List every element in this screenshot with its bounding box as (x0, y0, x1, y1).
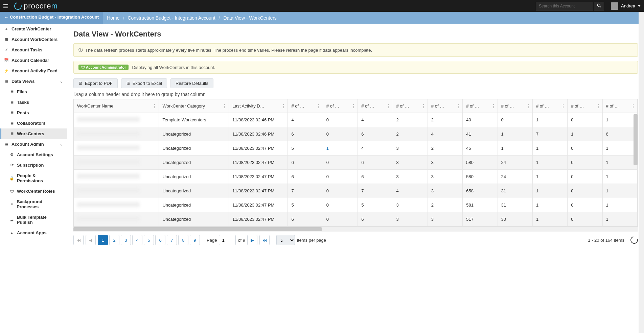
column-menu-icon[interactable]: ⋮ (222, 103, 227, 109)
pager-last-button[interactable]: ⏭ (259, 235, 270, 245)
column-menu-icon[interactable]: ⋮ (421, 103, 426, 109)
table-row[interactable]: Uncategorized11/08/2023 02:47 PM51432451… (74, 141, 638, 156)
pager-first-button[interactable]: ⏮ (73, 235, 84, 245)
table-row[interactable]: Uncategorized11/08/2023 02:47 PM60633580… (74, 170, 638, 184)
pager-page-2[interactable]: 2 (109, 235, 119, 245)
column-menu-icon[interactable]: ⋮ (152, 103, 157, 109)
breadcrumb-account[interactable]: Construction Budget - Integration Accoun… (128, 15, 215, 21)
column-menu-icon[interactable]: ⋮ (316, 103, 321, 109)
sidebar-item-background-processes[interactable]: ≡Background Processes (0, 196, 67, 212)
column-menu-icon[interactable]: ⋮ (526, 103, 530, 109)
sidebar-section-account-admin[interactable]: ≣Account Admin⌄ (0, 139, 67, 149)
breadcrumb-home[interactable]: Home (107, 15, 119, 21)
sidebar-item-account-activity-feed[interactable]: ⚡Account Activity Feed (0, 66, 67, 76)
table-row[interactable]: Uncategorized11/08/2023 02:46 PM60624411… (74, 127, 638, 141)
column-header[interactable]: WorkCenter Name⋮ (74, 99, 159, 113)
sidebar-item-account-workcenters[interactable]: ⊞Account WorkCenters (0, 34, 67, 45)
sidebar-item-files[interactable]: ≣Files (0, 87, 67, 97)
column-header[interactable]: # of …⋮ (288, 99, 323, 113)
pager-page-5[interactable]: 5 (144, 235, 154, 245)
chevron-down-icon: ⌄ (60, 79, 63, 84)
column-header[interactable]: # of …⋮ (428, 99, 462, 113)
sidebar-item-account-calendar[interactable]: 📅Account Calendar (0, 55, 67, 66)
pager-page-8[interactable]: 8 (178, 235, 188, 245)
refresh-icon[interactable] (629, 235, 639, 245)
sidebar-item-account-settings[interactable]: ⚙Account Settings (0, 149, 67, 160)
cell-value: 658 (463, 184, 498, 198)
sidebar-item-subscription[interactable]: ⟳Subscription (0, 160, 67, 170)
column-header[interactable]: # of …⋮ (532, 99, 567, 113)
column-menu-icon[interactable]: ⋮ (386, 103, 391, 109)
column-header[interactable]: Last Activity D…⋮ (229, 99, 288, 113)
column-header[interactable]: # of …⋮ (602, 99, 637, 113)
pager-size-label: items per page (297, 238, 326, 243)
sidebar-section-data-views[interactable]: ≣Data Views⌄ (0, 76, 67, 87)
pager-size-select[interactable]: 20 (276, 235, 295, 245)
search-button[interactable] (594, 2, 604, 10)
export-excel-button[interactable]: 🗎 Export to Excel (121, 78, 167, 88)
column-header[interactable]: # of …⋮ (498, 99, 532, 113)
account-label[interactable]: ←Construction Budget - Integration Accou… (0, 12, 103, 24)
table-row[interactable]: Uncategorized11/08/2023 02:47 PM70743658… (74, 184, 638, 198)
sidebar-item-tasks[interactable]: ≣Tasks (0, 97, 67, 108)
group-hint[interactable]: Drag a column header and drop it here to… (73, 92, 638, 97)
column-menu-icon[interactable]: ⋮ (561, 103, 565, 109)
sidebar-item-account-apps[interactable]: ▲Account Apps (0, 228, 67, 238)
pager-page-input[interactable] (219, 235, 236, 245)
icon: ≣ (9, 100, 14, 104)
column-menu-icon[interactable]: ⋮ (596, 103, 600, 109)
column-header[interactable]: # of …⋮ (393, 99, 428, 113)
sidebar-item-workcenter-roles[interactable]: 🛡WorkCenter Roles (0, 186, 67, 196)
sidebar-item-create-workcenter[interactable]: +Create WorkCenter (0, 24, 67, 34)
cell-value: 3 (393, 198, 428, 212)
sidebar-item-posts[interactable]: ≣Posts (0, 108, 67, 118)
pager-page-4[interactable]: 4 (132, 235, 142, 245)
sidebar-item-collaborators[interactable]: ≣Collaborators (0, 118, 67, 128)
table-row[interactable]: Uncategorized11/08/2023 02:47 PM50532581… (74, 198, 638, 212)
column-menu-icon[interactable]: ⋮ (456, 103, 460, 109)
breadcrumb-current: Data View - WorkCenters (223, 15, 276, 21)
pager-page-7[interactable]: 7 (167, 235, 177, 245)
pager-page-9[interactable]: 9 (190, 235, 200, 245)
icon: ≣ (9, 121, 14, 125)
table-row[interactable]: Uncategorized11/08/2023 02:47 PM60633580… (74, 156, 638, 170)
search-input[interactable] (536, 2, 593, 10)
column-menu-icon[interactable]: ⋮ (491, 103, 496, 109)
icon: ⟳ (9, 163, 14, 167)
column-menu-icon[interactable]: ⋮ (281, 103, 285, 109)
column-header[interactable]: # of …⋮ (358, 99, 393, 113)
horizontal-scrollbar[interactable] (73, 227, 638, 232)
pager-page-1[interactable]: 1 (98, 235, 108, 245)
cell-name (74, 198, 159, 212)
icon: ≣ (9, 111, 14, 115)
pager-page-3[interactable]: 3 (121, 235, 131, 245)
column-header[interactable]: # of …⋮ (463, 99, 498, 113)
export-pdf-button[interactable]: 🗎 Export to PDF (73, 78, 118, 88)
restore-defaults-button[interactable]: Restore Defaults (170, 78, 213, 88)
table-row[interactable]: Uncategorized11/08/2023 02:47 PM60633517… (74, 212, 638, 227)
file-pdf-icon: 🗎 (78, 81, 83, 86)
cell-value: 30 (498, 212, 532, 227)
column-header[interactable]: WorkCenter Category⋮ (159, 99, 229, 113)
cell-name (74, 212, 159, 227)
column-menu-icon[interactable]: ⋮ (351, 103, 355, 109)
sidebar-item-workcenters[interactable]: ≣WorkCenters (0, 128, 67, 139)
pager-page-6[interactable]: 6 (155, 235, 165, 245)
column-header[interactable]: # of …⋮ (568, 99, 602, 113)
vertical-scrollbar[interactable] (634, 114, 638, 165)
sidebar-item-bulk-template-publish[interactable]: ☁Bulk Template Publish (0, 212, 67, 228)
user-menu[interactable]: Andrea (611, 2, 641, 10)
pager-prev-button[interactable]: ◀ (86, 235, 96, 245)
menu-icon[interactable] (3, 4, 10, 8)
column-menu-icon[interactable]: ⋮ (631, 103, 635, 109)
pager-next-button[interactable]: ▶ (247, 235, 257, 245)
sidebar-item-people-&-permissions[interactable]: 🔒People & Permissions (0, 170, 67, 186)
sidebar-item-account-tasks[interactable]: ✓Account Tasks (0, 45, 67, 55)
page-scrollbar[interactable] (639, 12, 644, 321)
cell-value: 2 (428, 113, 462, 127)
table-row[interactable]: Template Workcenters11/08/2023 02:46 PM4… (74, 113, 638, 127)
column-header[interactable]: # of …⋮ (323, 99, 358, 113)
cell-value: 4 (358, 141, 393, 156)
info-alert: ⓘ The data refresh process starts approx… (73, 43, 638, 57)
admin-badge: 🛡 Account Administrator (78, 65, 129, 70)
